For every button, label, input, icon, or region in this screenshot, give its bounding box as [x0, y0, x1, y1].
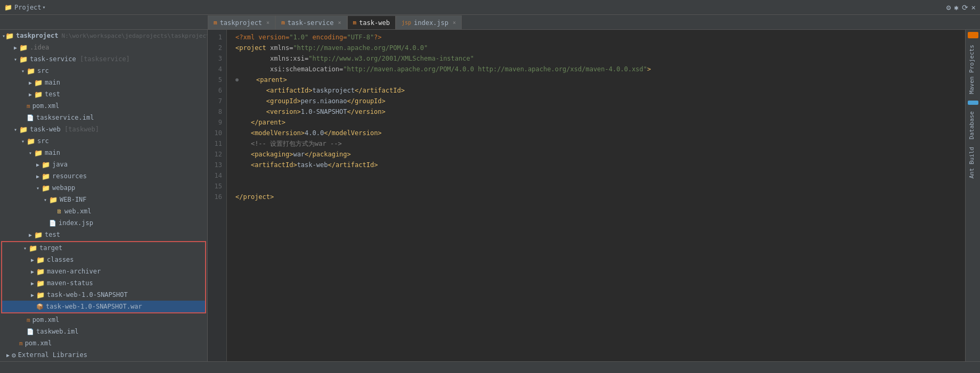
arrow-target: ▾	[21, 245, 29, 251]
folder-icon-taskproject: 📁	[5, 32, 14, 40]
tree-item-main-1[interactable]: ▶ 📁 main	[0, 77, 207, 88]
tree-item-test-1[interactable]: ▶ 📁 test	[0, 88, 207, 100]
project-icon: 📁	[4, 4, 12, 11]
tree-item-idea[interactable]: ▶ 📁 .idea	[0, 42, 207, 53]
item-label-classes: classes	[47, 256, 74, 263]
folder-icon-classes: 📁	[36, 256, 45, 264]
code-line-1: <?xml version="1.0" encoding="UTF-8"?>	[235, 32, 965, 43]
arrow-maven-archiver: ▶	[29, 269, 36, 275]
right-tab-ant[interactable]: Ant Build	[967, 144, 979, 182]
project-path: N:\work\workspace\jedaprojects\taskproje…	[62, 32, 207, 39]
bottom-bar	[0, 361, 980, 373]
folder-icon-resources: 📁	[42, 172, 50, 180]
tree-item-pom-2[interactable]: m pom.xml	[0, 314, 207, 326]
asterisk-icon[interactable]: ✱	[954, 3, 958, 12]
refresh-icon[interactable]: ⟳	[962, 3, 968, 12]
item-label-indexjsp: index.jsp	[59, 219, 93, 227]
code-line-13: <artifactId>task-web</artifactId>	[235, 160, 965, 170]
tree-item-webinf[interactable]: ▾ 📁 WEB-INF	[0, 194, 207, 205]
tab-close-task-service[interactable]: ×	[338, 20, 341, 26]
item-label-webapp: webapp	[52, 184, 75, 192]
line-numbers: 1 2 3 4 5 6 7 8 9 10 11 12 13 14 15 16	[208, 30, 227, 361]
pom-icon-root: m	[19, 340, 23, 347]
tree-item-external-libs[interactable]: ▶ ⚙ External Libraries	[0, 349, 207, 361]
tree-item-src-2[interactable]: ▾ 📁 src	[0, 135, 207, 147]
item-label-webinf: WEB-INF	[60, 196, 87, 203]
item-label-task-web: task-web [taskweb]	[30, 126, 99, 133]
title-bar-label: Project	[14, 4, 42, 11]
tree-item-taskweb-iml[interactable]: 📄 taskweb.iml	[0, 326, 207, 337]
tree-item-test-2[interactable]: ▶ 📁 test	[0, 229, 207, 241]
item-label-external-libs: External Libraries	[18, 351, 87, 359]
tree-item-war[interactable]: 📦 task-web-1.0-SNAPSHOT.war	[2, 301, 205, 312]
arrow-java: ▶	[34, 162, 42, 168]
m-icon-taskproject: m	[214, 19, 217, 26]
tree-item-maven-status[interactable]: ▶ 📁 maven-status	[2, 277, 205, 289]
code-line-3: xmlns:xsi="http://www.w3.org/2001/XMLSch…	[235, 53, 965, 64]
collapse-icon[interactable]: ×	[971, 3, 976, 12]
folder-icon-main-2: 📁	[34, 149, 43, 157]
arrow-task-web: ▾	[12, 127, 19, 132]
tab-index-jsp[interactable]: jsp index.jsp ×	[396, 15, 462, 29]
code-line-6: <artifactId>taskproject</artifactId>	[235, 85, 965, 96]
tree-item-java[interactable]: ▶ 📁 java	[0, 159, 207, 170]
code-line-5: ● <parent>	[235, 74, 965, 85]
item-label-pom-2: pom.xml	[32, 316, 60, 324]
target-group: ▾ 📁 target ▶ 📁 classes ▶ 📁 maven-archiv	[1, 241, 206, 313]
tree-item-maven-archiver[interactable]: ▶ 📁 maven-archiver	[2, 266, 205, 277]
tree-item-resources[interactable]: ▶ 📁 resources	[0, 170, 207, 182]
arrow-task-service: ▾	[12, 56, 19, 62]
tab-label-taskproject: taskproject	[220, 19, 262, 27]
tree-item-taskproject[interactable]: ▾ 📁 taskproject N:\work\workspace\jedapr…	[0, 30, 207, 42]
tab-close-index-jsp[interactable]: ×	[453, 20, 456, 26]
tree-item-target[interactable]: ▾ 📁 target	[2, 242, 205, 254]
tree-item-task-web[interactable]: ▾ 📁 task-web [taskweb]	[0, 123, 207, 135]
tree-item-webxml[interactable]: 🗎 web.xml	[0, 205, 207, 217]
right-tab-database[interactable]: Database	[967, 108, 979, 143]
item-label-java: java	[52, 161, 68, 168]
tree-item-pom-1[interactable]: m pom.xml	[0, 100, 207, 112]
tree-item-task-service[interactable]: ▾ 📁 task-service [taskservice]	[0, 53, 207, 65]
item-label-resources: resources	[52, 172, 87, 180]
item-label-war: task-web-1.0-SNAPSHOT.war	[46, 303, 142, 310]
tree-item-snapshot-dir[interactable]: ▶ 📁 task-web-1.0-SNAPSHOT	[2, 289, 205, 301]
tree-item-pom-root[interactable]: m pom.xml	[0, 337, 207, 349]
code-area[interactable]: <?xml version="1.0" encoding="UTF-8"?> <…	[227, 30, 965, 361]
sidebar-tree[interactable]: ▾ 📁 taskproject N:\work\workspace\jedapr…	[0, 30, 207, 361]
arrow-webinf: ▾	[42, 197, 49, 203]
folder-icon-src-2: 📁	[27, 137, 35, 145]
tree-item-taskservice-iml[interactable]: 📄 taskservice.iml	[0, 112, 207, 123]
jsp-icon: jsp	[402, 20, 411, 26]
arrow-src-1: ▾	[19, 68, 27, 74]
pom-icon-1: m	[27, 103, 30, 110]
folder-icon-test-1: 📁	[34, 90, 43, 98]
code-line-8: <version>1.0-SNAPSHOT</version>	[235, 106, 965, 117]
settings-icon[interactable]: ⚙	[946, 3, 951, 12]
tab-task-web[interactable]: m task-web	[347, 15, 396, 29]
code-line-16: </project>	[235, 192, 965, 202]
tab-label-task-service: task-service	[288, 19, 334, 27]
tab-taskproject[interactable]: m taskproject ×	[208, 15, 275, 29]
title-dropdown-icon[interactable]: ▾	[43, 4, 46, 10]
db-indicator	[968, 101, 978, 105]
tree-item-index-jsp[interactable]: 📄 index.jsp	[0, 217, 207, 229]
right-tab-maven[interactable]: Maven Projects	[967, 42, 979, 97]
code-line-12: <packaging>war</packaging>	[235, 149, 965, 160]
tab-task-service[interactable]: m task-service ×	[275, 15, 347, 29]
tab-close-taskproject[interactable]: ×	[266, 20, 270, 26]
item-label-iml-1: taskservice.iml	[36, 114, 94, 121]
arrow-test-2: ▶	[27, 232, 34, 238]
code-line-11: <!-- 设置打包方式为war -->	[235, 138, 965, 149]
tab-label-task-web: task-web	[359, 19, 390, 27]
item-label-maven-archiver: maven-archiver	[47, 268, 101, 275]
arrow-resources: ▶	[34, 173, 42, 179]
tabs-bar: m taskproject × m task-service × m task-…	[0, 15, 980, 30]
folder-icon-webinf: 📁	[49, 196, 58, 204]
arrow-src-2: ▾	[19, 138, 27, 144]
item-label-task-service: task-service [taskservice]	[30, 55, 130, 63]
tree-item-classes[interactable]: ▶ 📁 classes	[2, 254, 205, 266]
tree-item-webapp[interactable]: ▾ 📁 webapp	[0, 182, 207, 194]
tree-item-main-2[interactable]: ▾ 📁 main	[0, 147, 207, 159]
tree-item-src-1[interactable]: ▾ 📁 src	[0, 65, 207, 77]
code-line-9: </parent>	[235, 117, 965, 128]
